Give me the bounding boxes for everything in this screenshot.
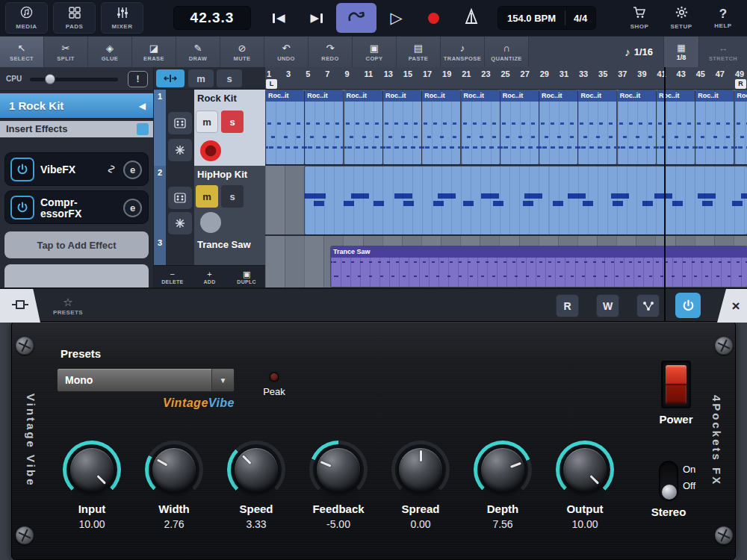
collapse-icon[interactable]: ◀ [139,101,146,111]
global-solo-button[interactable]: s [217,69,242,87]
tool-draw-button[interactable]: ✎DRAW [176,37,220,67]
track-row-trance-saw[interactable]: 3 Trance Saw [154,236,265,265]
midi-clip-rock[interactable]: Roc..it [383,90,421,164]
grid-resolution-button[interactable]: ▦ 1/8 [663,37,699,67]
effect-edit-button[interactable]: e [123,199,142,217]
tool-paste-button[interactable]: ▤PASTE [397,37,441,67]
lane-rock-kit[interactable]: Roc..itRoc..itRoc..itRoc..itRoc..itRoc..… [265,90,747,166]
track-body[interactable]: HipHop Kit m s [194,166,265,236]
track-row-hiphop-kit[interactable]: 2 HipHop Kit m s [154,166,265,236]
tool-mute-button[interactable]: ⊘MUTE [220,37,264,67]
close-plugin-tab[interactable]: × [717,289,747,323]
tool-transpose-button[interactable]: ♪TRANSPOSE [441,37,485,67]
midi-clip-rock[interactable]: Roc..it [305,90,343,164]
delete-track-button[interactable]: −DELETE [154,266,191,287]
midi-clip-rock[interactable]: Roc..it [735,90,747,164]
effect-power-button[interactable] [10,158,34,181]
media-button[interactable]: MEDIA [5,2,48,34]
drum-pads-icon[interactable] [168,112,192,134]
stereo-toggle-ball[interactable] [662,485,677,500]
knob-feedback[interactable] [309,441,368,499]
midi-clip-rock[interactable]: Roc..it [695,90,734,164]
midi-clip-rock[interactable]: Roc..it [344,90,382,164]
record-arm-button[interactable] [200,140,221,161]
selected-track-header[interactable]: 1 Rock Kit ◀ [0,93,153,119]
shop-button[interactable]: SHOP [619,2,660,34]
track-row-rock-kit[interactable]: 1 Rock Kit m s [154,90,265,166]
midi-clip-hiphop[interactable] [305,167,747,234]
solo-button[interactable]: s [221,111,244,133]
tool-undo-button[interactable]: ↶UNDO [264,37,309,67]
arrange-area[interactable]: L R 135791113151719212325272931333537394… [265,67,747,287]
plugin-power-button[interactable] [675,293,701,318]
midi-clip-rock[interactable]: Roc..it [618,90,656,164]
record-button[interactable] [416,3,451,33]
lane-trance-saw[interactable]: Trance Saw [265,236,747,287]
quantize-value-display[interactable]: ♪ 1/16 [614,37,663,67]
go-to-end-button[interactable]: ▶ [299,3,334,33]
midi-clip-rock[interactable]: Roc..it [462,90,500,164]
midi-clip-rock[interactable]: Roc..it [266,90,304,164]
time-signature[interactable]: 4/4 [565,13,595,24]
panic-button[interactable]: ! [128,71,148,87]
add-track-button[interactable]: +ADD [191,266,229,287]
right-locator-flag[interactable]: R [735,79,746,89]
midi-clip-rock[interactable]: Roc..it [578,90,616,164]
track-body[interactable]: Trance Saw [194,236,265,265]
power-switch[interactable] [661,361,691,408]
knob-spread[interactable] [391,441,450,499]
lane-hiphop-kit[interactable] [265,166,747,236]
mute-button[interactable]: m [196,111,218,133]
routing-button[interactable] [636,294,660,317]
bpm-value[interactable]: 154.0 BPM [498,13,565,24]
knob-input[interactable] [63,441,121,499]
tool-select-button[interactable]: ↖SELECT [0,37,44,67]
drum-pads-icon[interactable] [168,187,192,209]
cpu-meter-handle[interactable] [45,74,55,84]
tool-split-button[interactable]: ✂SPLIT [44,37,88,67]
timeline-ruler[interactable]: L R 135791113151719212325272931333537394… [265,67,747,90]
time-display[interactable]: 42.3.3 [173,6,251,30]
go-to-start-button[interactable]: ◀ [261,3,297,33]
effect-power-button[interactable] [10,196,34,220]
knob-speed[interactable] [227,441,285,499]
automation-write-button[interactable]: W [596,294,619,317]
tool-erase-button[interactable]: ◪ERASE [132,37,176,67]
insert-effects-header[interactable]: Insert Effects [0,121,153,137]
tab-presets[interactable]: ☆ PRESETS [43,289,93,323]
automation-read-button[interactable]: R [556,294,579,317]
record-arm-button[interactable] [200,212,221,233]
track-body[interactable]: Rock Kit m s [194,90,265,166]
playhead[interactable] [664,67,666,321]
tab-effect-editor[interactable] [0,289,40,323]
midi-clip-rock[interactable]: Roc..it [500,90,539,164]
effect-slot-vibefx[interactable]: VibeFX ∿ e [4,152,149,186]
help-button[interactable]: ? HELP [702,2,744,34]
power-rocker[interactable] [666,365,686,404]
midi-clip-rock[interactable]: Roc..it [539,90,577,164]
tool-redo-button[interactable]: ↷REDO [309,37,353,67]
chevron-down-icon[interactable]: ▼ [211,369,234,391]
global-mute-button[interactable]: m [188,69,214,87]
midi-clip-trance[interactable]: Trance Saw [331,246,747,287]
setup-button[interactable]: SETUP [660,2,702,34]
add-effect-button[interactable]: Tap to Add Effect [4,231,149,258]
mute-button[interactable]: m [196,185,218,208]
cycle-loop-button[interactable] [336,3,376,33]
cpu-meter[interactable] [30,78,118,81]
stretch-button[interactable]: ↔ STRETCH [699,37,747,67]
midi-clip-rock[interactable]: Roc..it [422,90,460,164]
play-button[interactable]: ▷ [379,3,414,33]
preset-dropdown[interactable]: Mono ▼ [57,368,235,392]
knob-width[interactable] [145,441,203,499]
stereo-toggle[interactable] [659,461,678,501]
metronome-button[interactable] [453,3,489,33]
mixer-button[interactable]: MIXER [101,2,143,34]
midi-clip-rock[interactable]: Roc..it [657,90,695,164]
effect-edit-button[interactable]: e [123,161,142,179]
insert-effects-toggle[interactable] [137,123,149,135]
solo-button[interactable]: s [221,185,244,208]
knob-output[interactable] [556,441,614,499]
freeze-icon[interactable] [168,139,192,161]
tool-copy-button[interactable]: ▣COPY [353,37,397,67]
